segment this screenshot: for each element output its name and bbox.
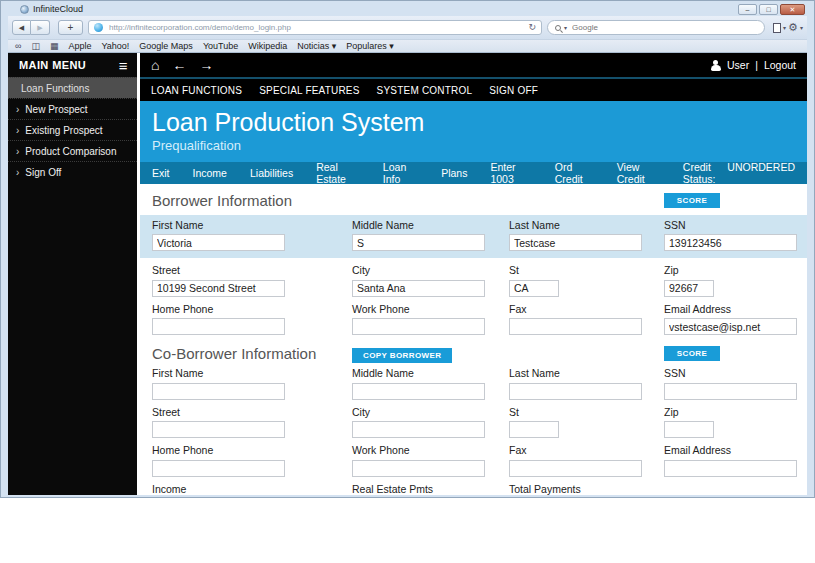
hamburger-icon[interactable]: ≡ <box>119 58 128 73</box>
borrower-home-phone-input[interactable] <box>152 318 285 335</box>
chevron-right-icon: › <box>16 146 19 157</box>
ssn-label: SSN <box>664 219 797 231</box>
coborrower-score-button[interactable]: SCORE <box>664 346 720 361</box>
coborrower-middle-name-input[interactable] <box>352 383 485 400</box>
maximize-button[interactable]: □ <box>759 4 778 15</box>
borrower-middle-name-input[interactable] <box>352 234 485 251</box>
home-phone-label: Home Phone <box>152 444 352 456</box>
sidebar-item-label: Sign Off <box>25 167 61 178</box>
back-arrow-icon[interactable]: ← <box>172 58 186 72</box>
borrower-email-input[interactable] <box>664 318 797 335</box>
bookmark-noticias[interactable]: Noticias ▾ <box>297 41 336 51</box>
gear-caret-icon[interactable]: ▾ <box>800 25 803 31</box>
top-sites-icon[interactable]: ▦ <box>50 42 59 51</box>
tab-income[interactable]: Income <box>193 167 227 179</box>
browser-toolbar: ◀ ▶ + ↻ ▾ ▾ ⚙ ▾ <box>8 16 807 39</box>
user-link[interactable]: User <box>727 59 749 71</box>
coborrower-first-name-input[interactable] <box>152 383 285 400</box>
borrower-zip-input[interactable] <box>664 280 714 297</box>
borrower-city-input[interactable] <box>352 280 485 297</box>
borrower-state-input[interactable] <box>509 280 559 297</box>
coborrower-city-input[interactable] <box>352 421 485 438</box>
borrower-fax-input[interactable] <box>509 318 642 335</box>
bookmarks-bar: ∞ ◫ ▦ Apple Yahoo! Google Maps YouTube W… <box>8 39 807 53</box>
borrower-work-phone-input[interactable] <box>352 318 485 335</box>
coborrower-state-input[interactable] <box>509 421 559 438</box>
bookmark-apple[interactable]: Apple <box>68 41 91 51</box>
browser-window: InfiniteCloud – □ ✕ ◀ ▶ + ↻ ▾ ▾ ⚙ ▾ <box>0 0 815 498</box>
tab-real-estate[interactable]: Real Estate <box>316 161 360 185</box>
page-actions-icon[interactable] <box>773 23 781 33</box>
bookmark-google-maps[interactable]: Google Maps <box>139 41 193 51</box>
coborrower-fax-input[interactable] <box>509 460 642 477</box>
borrower-score-button[interactable]: SCORE <box>664 193 720 208</box>
home-icon[interactable]: ⌂ <box>151 58 159 72</box>
new-tab-button[interactable]: + <box>58 20 83 35</box>
coborrower-last-name-input[interactable] <box>509 383 642 400</box>
bookmark-youtube[interactable]: YouTube <box>203 41 238 51</box>
tab-view-credit[interactable]: View Credit <box>617 161 660 185</box>
sidebar-item-product-comparison[interactable]: › Product Comparison <box>8 140 137 161</box>
search-input[interactable] <box>570 22 757 33</box>
borrower-first-name-input[interactable] <box>152 234 285 251</box>
forward-button[interactable]: ▶ <box>31 20 50 35</box>
nav-system-control[interactable]: SYSTEM CONTROL <box>377 85 473 96</box>
sidebar-item-new-prospect[interactable]: › New Prospect <box>8 98 137 119</box>
home-phone-label: Home Phone <box>152 303 352 315</box>
bookmark-yahoo[interactable]: Yahoo! <box>101 41 129 51</box>
chevron-right-icon: › <box>16 125 19 136</box>
copy-borrower-button[interactable]: COPY BORROWER <box>352 348 452 363</box>
sidebar-item-loan-functions[interactable]: Loan Functions <box>8 77 137 98</box>
tab-loan-info[interactable]: Loan Info <box>383 161 418 185</box>
credit-status-label: Credit Status: <box>683 161 719 185</box>
page-actions-caret-icon[interactable]: ▾ <box>783 25 786 31</box>
sidebar-item-sign-off[interactable]: › Sign Off <box>8 161 137 182</box>
user-separator: | <box>755 59 758 71</box>
tab-exit[interactable]: Exit <box>152 167 170 179</box>
page-title: Loan Production System <box>152 108 795 137</box>
search-caret-icon[interactable]: ▾ <box>564 25 567 31</box>
borrower-last-name-input[interactable] <box>509 234 642 251</box>
coborrower-ssn-input[interactable] <box>664 383 797 400</box>
borrower-ssn-input[interactable] <box>664 234 797 251</box>
title-bar: InfiniteCloud – □ ✕ <box>8 1 807 16</box>
back-button[interactable]: ◀ <box>12 20 31 35</box>
book-icon[interactable]: ◫ <box>31 42 40 51</box>
tab-plans[interactable]: Plans <box>441 167 467 179</box>
coborrower-zip-input[interactable] <box>664 421 714 438</box>
credit-status-value: UNORDERED <box>727 161 795 185</box>
coborrower-address-row: Street City St Zip <box>152 406 795 439</box>
bookmark-wikipedia[interactable]: Wikipedia <box>248 41 287 51</box>
forward-arrow-icon[interactable]: → <box>199 58 213 72</box>
prequalification-form: Borrower Information SCORE First Name Mi… <box>140 184 807 495</box>
close-button[interactable]: ✕ <box>780 4 805 15</box>
nav-sign-off[interactable]: SIGN OFF <box>489 85 538 96</box>
city-label: City <box>352 406 509 418</box>
borrower-street-input[interactable] <box>152 280 285 297</box>
search-bar[interactable]: ▾ <box>547 20 765 35</box>
minimize-button[interactable]: – <box>738 4 757 15</box>
coborrower-email-input[interactable] <box>664 460 797 477</box>
nav-special-features[interactable]: SPECIAL FEATURES <box>259 85 359 96</box>
logout-link[interactable]: Logout <box>764 59 796 71</box>
url-input[interactable] <box>107 22 525 33</box>
address-bar[interactable]: ↻ <box>88 20 542 35</box>
nav-loan-functions[interactable]: LOAN FUNCTIONS <box>151 85 242 96</box>
work-phone-label: Work Phone <box>352 444 509 456</box>
coborrower-work-phone-input[interactable] <box>352 460 485 477</box>
first-name-label: First Name <box>152 367 352 379</box>
tab-enter-1003[interactable]: Enter 1003 <box>490 161 531 185</box>
coborrower-home-phone-input[interactable] <box>152 460 285 477</box>
user-icon <box>711 60 721 71</box>
sidebar-item-existing-prospect[interactable]: › Existing Prospect <box>8 119 137 140</box>
tab-ord-credit[interactable]: Ord Credit <box>555 161 594 185</box>
reading-list-icon[interactable]: ∞ <box>15 42 21 51</box>
bookmark-populares[interactable]: Populares ▾ <box>346 41 394 51</box>
street-label: Street <box>152 406 352 418</box>
reload-icon[interactable]: ↻ <box>529 23 537 32</box>
tab-liabilities[interactable]: Liabilities <box>250 167 293 179</box>
coborrower-street-input[interactable] <box>152 421 285 438</box>
total-payments-label: Total Payments <box>509 483 664 495</box>
work-phone-label: Work Phone <box>352 303 509 315</box>
gear-icon[interactable]: ⚙ <box>788 22 798 33</box>
